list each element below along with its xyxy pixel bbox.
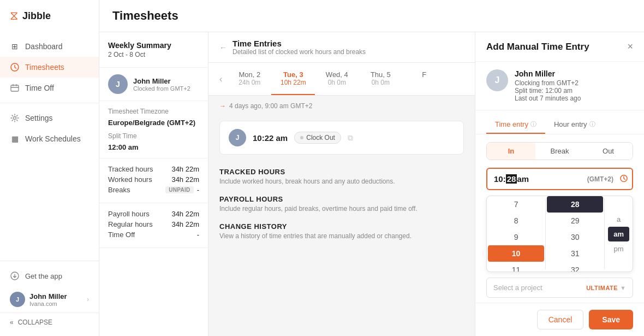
add-entry-panel: Add Manual Time Entry × J John Miller Cl…: [475, 32, 644, 336]
sidebar-item-settings[interactable]: Settings: [0, 108, 99, 128]
entries-title-area: Time Entries Detailed list of clocked wo…: [232, 39, 366, 56]
day-tab-tue[interactable]: Tue, 3 10h 22m: [271, 63, 315, 95]
tracked-hours-section: Tracked hours 34h 22m Worked hours 34h 2…: [99, 158, 208, 203]
sidebar-item-dashboard[interactable]: ⊞ Dashboard: [0, 36, 99, 57]
summary-header: Weekly Summary 2 Oct - 8 Oct: [99, 32, 208, 68]
ampm-a[interactable]: a: [608, 212, 629, 227]
page-header: Timesheets: [99, 0, 644, 32]
back-arrow-icon[interactable]: ←: [219, 43, 227, 52]
entry-type-tabs: Time entry ⓘ Hour entry ⓘ: [475, 110, 644, 134]
hour-7[interactable]: 7: [487, 196, 545, 213]
tab-time-entry[interactable]: Time entry ⓘ: [486, 116, 545, 134]
minute-31[interactable]: 31: [546, 245, 604, 262]
time-entries-panel: ← Time Entries Detailed list of clocked …: [208, 32, 475, 336]
dashboard-icon: ⊞: [10, 42, 20, 51]
unpaid-badge: UNPAID: [165, 186, 193, 193]
timeoff-icon: [10, 83, 20, 93]
hour-entry-info-icon: ⓘ: [589, 120, 595, 128]
break-button[interactable]: Break: [535, 143, 584, 160]
content-area: Weekly Summary 2 Oct - 8 Oct J John Mill…: [99, 32, 644, 336]
summary-avatar: J: [108, 74, 128, 94]
minute-29[interactable]: 29: [546, 213, 604, 229]
dropdown-arrow-icon: ▼: [620, 285, 626, 291]
minute-30[interactable]: 30: [546, 229, 604, 245]
save-button[interactable]: Save: [589, 310, 633, 329]
day-tabs: Mon, 2 24h 0m Tue, 3 10h 22m Wed, 4 0h 0…: [228, 63, 464, 95]
hour-11[interactable]: 11: [487, 262, 545, 272]
iob-toggle: In Break Out: [486, 142, 633, 160]
user-info: John Miller Ivana.com: [29, 292, 82, 307]
sidebar: ⧖ Jibble ⊞ Dashboard Timesheets T: [0, 0, 99, 336]
days-prev-icon[interactable]: ‹: [219, 74, 228, 84]
hour-10[interactable]: 10: [488, 245, 544, 262]
panel-avatar: J: [486, 69, 508, 91]
logo-text: Jibble: [22, 10, 51, 22]
project-selector[interactable]: Select a project ULTIMATE ▼: [486, 278, 633, 298]
collapse-icon: «: [10, 319, 14, 326]
clock-out-dot: [300, 136, 303, 139]
sidebar-item-timeoff[interactable]: Time Off: [0, 78, 99, 98]
panel-user-info: John Miller Clocking from GMT+2 Split ti…: [515, 69, 581, 102]
day-tab-fri[interactable]: F: [402, 63, 446, 95]
time-entry-card: J 10:22 am Clock Out ⧉: [219, 121, 464, 155]
timezone-info: → 4 days ago, 9:00 am GMT+2: [208, 96, 475, 116]
change-history-info: CHANGE HISTORY View a history of time en…: [208, 216, 475, 243]
chevron-right-icon: ›: [87, 296, 89, 303]
minute-picker-col[interactable]: 28 29 30 31 32: [546, 196, 604, 272]
entries-title: Time Entries: [232, 39, 366, 48]
cancel-button[interactable]: Cancel: [537, 310, 584, 329]
minute-28[interactable]: 28: [547, 196, 603, 213]
logo-icon: ⧖: [10, 9, 18, 23]
days-navigation: ‹ Mon, 2 24h 0m Tue, 3 10h 22m Wed, 4 0h…: [208, 63, 475, 96]
get-app-button[interactable]: Get the app: [0, 266, 99, 286]
user-avatar: J: [10, 292, 25, 307]
hour-8[interactable]: 8: [487, 213, 545, 229]
time-picker[interactable]: 7 8 9 10 11 28 29 30 31 32: [486, 196, 633, 272]
download-icon: [10, 271, 20, 281]
panel-header: Add Manual Time Entry ×: [475, 32, 644, 62]
clock-icon: [620, 174, 628, 184]
hour-picker-col[interactable]: 7 8 9 10 11: [487, 196, 545, 272]
summary-user: J John Miller Clocked from GMT+2: [99, 68, 208, 101]
sidebar-item-work-schedules[interactable]: ▦ Work Schedules: [0, 128, 99, 149]
user-profile-item[interactable]: J John Miller Ivana.com ›: [0, 286, 99, 313]
ampm-pm[interactable]: pm: [608, 241, 629, 256]
in-button[interactable]: In: [487, 143, 535, 160]
panel-footer: Cancel Save: [475, 303, 644, 336]
payroll-section: Payroll hours 34h 22m Regular hours 34h …: [99, 203, 208, 248]
sidebar-item-timesheets[interactable]: Timesheets: [0, 57, 99, 78]
copy-icon[interactable]: ⧉: [348, 133, 353, 143]
timezone-arrow: →: [219, 102, 226, 110]
weekly-summary-title: Weekly Summary: [108, 41, 199, 50]
clock-out-button[interactable]: Clock Out: [294, 132, 341, 144]
timezone-label: (GMT+2): [587, 175, 613, 183]
time-input-container: 10:28 am (GMT+2): [486, 168, 633, 190]
main-area: Timesheets Weekly Summary 2 Oct - 8 Oct …: [99, 0, 644, 336]
logo-area: ⧖ Jibble: [0, 0, 99, 32]
ultimate-badge: ULTIMATE: [586, 285, 618, 291]
entries-subtitle: Detailed list of clocked work hours and …: [232, 48, 366, 56]
entry-avatar: J: [229, 129, 246, 146]
collapse-button[interactable]: « COLLAPSE: [0, 313, 99, 332]
minute-32[interactable]: 32: [546, 262, 604, 272]
summary-user-detail: John Miller Clocked from GMT+2: [133, 77, 190, 92]
settings-icon: [10, 113, 20, 123]
tracked-hours-info: TRACKED HOURS Include worked hours, brea…: [208, 159, 475, 188]
tab-hour-entry[interactable]: Hour entry ⓘ: [545, 116, 604, 134]
day-tab-wed[interactable]: Wed, 4 0h 0m: [315, 63, 359, 95]
work-schedules-icon: ▦: [10, 134, 20, 144]
out-button[interactable]: Out: [584, 143, 633, 160]
svg-rect-1: [11, 85, 19, 91]
panel-body: In Break Out 10:28 am (GMT+2): [475, 134, 644, 303]
time-display[interactable]: 10:28 am (GMT+2): [486, 168, 633, 190]
entries-header: ← Time Entries Detailed list of clocked …: [208, 32, 475, 63]
day-tab-mon[interactable]: Mon, 2 24h 0m: [228, 63, 271, 95]
hour-9[interactable]: 9: [487, 229, 545, 245]
day-tab-thu[interactable]: Thu, 5 0h 0m: [359, 63, 402, 95]
ampm-picker-col[interactable]: a am pm: [605, 196, 633, 272]
ampm-am[interactable]: am: [608, 227, 629, 241]
page-title: Timesheets: [112, 9, 631, 23]
sidebar-bottom: Get the app J John Miller Ivana.com › « …: [0, 261, 99, 336]
close-panel-button[interactable]: ×: [627, 41, 633, 52]
panel-user: J John Miller Clocking from GMT+2 Split …: [475, 62, 644, 110]
